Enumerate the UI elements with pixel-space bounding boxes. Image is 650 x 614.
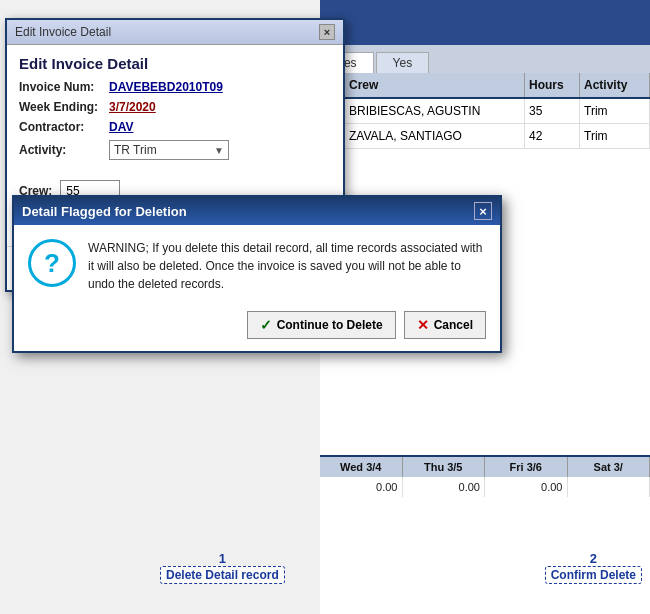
table-row[interactable]: 1 BRIBIESCAS, AGUSTIN 35 Trim [320,99,650,124]
continue-delete-label: Continue to Delete [277,318,383,332]
row2-hours: 42 [525,124,580,148]
right-table-header: Crew Hours Activity [320,73,650,99]
x-icon: ✕ [417,317,429,333]
invoice-num-label: Invoice Num: [19,80,109,94]
cell-sat [568,477,651,497]
bottom-table-header: Wed 3/4 Thu 3/5 Fri 3/6 Sat 3/ [320,457,650,477]
tab-inactive[interactable]: Yes [376,52,430,73]
col-wed-header: Wed 3/4 [320,457,403,477]
edit-dialog-main-title: Edit Invoice Detail [19,55,331,72]
contractor-label: Contractor: [19,120,109,134]
flag-dialog-titlebar: Detail Flagged for Deletion × [14,197,500,225]
table-row[interactable]: 1 ZAVALA, SANTIAGO 42 Trim [320,124,650,149]
contractor-row: Contractor: DAV [19,120,331,134]
edit-dialog-body: Edit Invoice Detail Invoice Num: DAVEBEB… [7,45,343,176]
week-ending-value: 3/7/2020 [109,100,156,114]
cell-wed: 0.00 [320,477,403,497]
col-thu-header: Thu 3/5 [403,457,486,477]
edit-dialog-titlebar: Edit Invoice Detail × [7,20,343,45]
row1-hours: 35 [525,99,580,123]
right-panel-header [320,0,650,45]
right-panel-tabs: Yes Yes [320,45,650,73]
check-icon: ✓ [260,317,272,333]
week-ending-row: Week Ending: 3/7/2020 [19,100,331,114]
chevron-down-icon: ▼ [214,145,224,156]
activity-select[interactable]: TR Trim ▼ [109,140,229,160]
col-crew-header: Crew [345,73,525,97]
annotation-1: 1 Delete Detail record [160,551,285,584]
activity-select-value: TR Trim [114,143,157,157]
flag-close-button[interactable]: × [474,202,492,220]
edit-dialog-title-text: Edit Invoice Detail [15,25,111,39]
table-row: 0.00 0.00 0.00 [320,477,650,497]
flag-dialog-buttons: ✓ Continue to Delete ✕ Cancel [14,303,500,351]
contractor-value: DAV [109,120,133,134]
week-ending-label: Week Ending: [19,100,109,114]
activity-row: Activity: TR Trim ▼ [19,140,331,160]
invoice-num-row: Invoice Num: DAVEBEBD2010T09 [19,80,331,94]
flag-dialog-title: Detail Flagged for Deletion [22,204,187,219]
cell-thu: 0.00 [403,477,486,497]
col-fri-header: Fri 3/6 [485,457,568,477]
col-activity-header: Activity [580,73,650,97]
flag-cancel-label: Cancel [434,318,473,332]
warning-icon: ? [28,239,76,287]
cell-fri: 0.00 [485,477,568,497]
col-hours-header: Hours [525,73,580,97]
row1-activity: Trim [580,99,650,123]
bottom-table: Wed 3/4 Thu 3/5 Fri 3/6 Sat 3/ 0.00 0.00… [320,455,650,524]
activity-label: Activity: [19,143,109,157]
continue-to-delete-button[interactable]: ✓ Continue to Delete [247,311,396,339]
flag-cancel-button[interactable]: ✕ Cancel [404,311,486,339]
flag-warning-text: WARNING; If you delete this detail recor… [88,239,486,293]
edit-dialog-close-button[interactable]: × [319,24,335,40]
row2-crew: ZAVALA, SANTIAGO [345,124,525,148]
row2-activity: Trim [580,124,650,148]
flag-dialog-body: ? WARNING; If you delete this detail rec… [14,225,500,303]
invoice-num-value: DAVEBEBD2010T09 [109,80,223,94]
flag-dialog: Detail Flagged for Deletion × ? WARNING;… [12,195,502,353]
col-sat-header: Sat 3/ [568,457,651,477]
annotation-1-box: Delete Detail record [160,566,285,584]
row1-crew: BRIBIESCAS, AGUSTIN [345,99,525,123]
